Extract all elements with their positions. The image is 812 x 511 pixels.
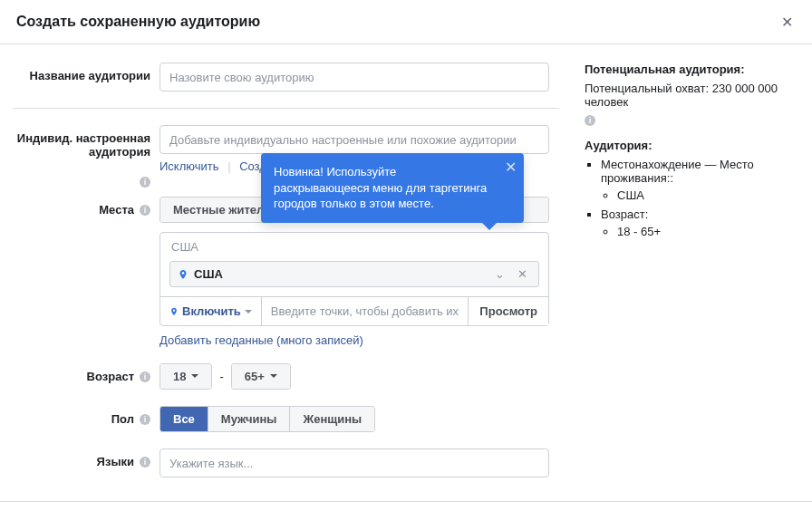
audience-name-input[interactable]	[160, 63, 549, 92]
potential-reach: Потенциальный охват: 230 000 000 человек	[585, 82, 799, 109]
info-icon[interactable]: i	[140, 457, 150, 468]
exclude-link[interactable]: Исключить	[160, 159, 219, 173]
include-dropdown[interactable]: Включить	[160, 297, 262, 325]
age-min-dropdown[interactable]: 18	[160, 364, 211, 389]
label-gender: Пол	[111, 412, 134, 426]
browse-button[interactable]: Просмотр	[468, 297, 548, 325]
close-icon[interactable]: ✕	[778, 13, 796, 31]
info-icon[interactable]: i	[140, 205, 150, 216]
location-chip: США ⌄ ✕	[169, 261, 539, 287]
pin-icon	[169, 307, 179, 316]
info-icon[interactable]: i	[140, 371, 150, 382]
label-locations: Места	[99, 203, 134, 217]
gender-women-button[interactable]: Женщины	[290, 407, 374, 431]
custom-audience-input[interactable]	[160, 125, 549, 154]
locations-box: Новинка! Используйте раскрывающееся меню…	[160, 232, 549, 326]
list-item: Возраст: 18 - 65+	[601, 207, 799, 238]
list-item: США	[617, 188, 799, 202]
separator: |	[222, 159, 236, 173]
list-item: 18 - 65+	[617, 225, 799, 238]
label-age: Возраст	[87, 370, 134, 383]
location-group-label: США	[160, 233, 548, 257]
age-separator: -	[212, 370, 230, 383]
audience-summary-title: Аудитория:	[585, 139, 799, 152]
add-bulk-geo-link[interactable]: Добавить геоданные (много записей)	[160, 333, 363, 347]
location-chip-name: США	[194, 267, 486, 281]
label-custom-audience: Индивид. настроенная аудитория	[5, 131, 150, 159]
list-item: Местонахождение — Место проживания:: США	[601, 158, 799, 202]
gender-men-button[interactable]: Мужчины	[208, 407, 291, 431]
label-languages: Языки	[97, 455, 134, 468]
info-icon[interactable]: i	[140, 414, 150, 425]
location-search-input[interactable]	[262, 297, 469, 325]
age-max-dropdown[interactable]: 65+	[232, 364, 290, 389]
label-audience-name: Название аудитории	[5, 63, 160, 82]
pin-icon	[178, 269, 188, 280]
potential-audience-title: Потенциальная аудитория:	[585, 63, 799, 76]
languages-input[interactable]	[160, 448, 549, 477]
tooltip-new-feature: Новинка! Используйте раскрывающееся меню…	[261, 153, 524, 223]
modal-title: Создать сохраненную аудиторию	[16, 14, 260, 30]
audience-summary-list: Местонахождение — Место проживания:: США…	[585, 158, 799, 238]
chevron-down-icon[interactable]: ⌄	[491, 267, 508, 281]
tooltip-text: Новинка! Используйте раскрывающееся меню…	[274, 165, 487, 210]
tooltip-close-icon[interactable]: ✕	[505, 160, 517, 175]
info-icon[interactable]: i	[585, 115, 595, 126]
gender-all-button[interactable]: Все	[160, 407, 208, 431]
remove-location-icon[interactable]: ✕	[514, 267, 531, 281]
info-icon[interactable]: i	[140, 177, 150, 188]
